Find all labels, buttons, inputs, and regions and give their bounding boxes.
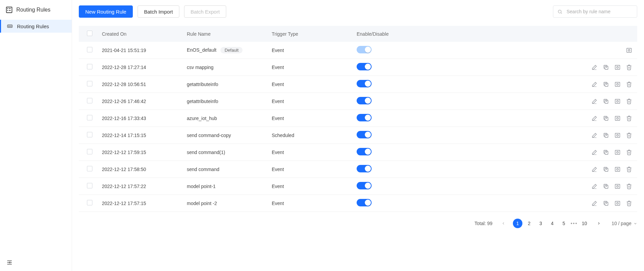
enable-toggle[interactable] [357,148,372,155]
copy-icon[interactable] [603,132,609,139]
sidebar-item-routing-rules[interactable]: Routing Rules [0,20,72,33]
table-row: 2022-12-12 17:57:22model point-1Event [79,178,637,195]
row-checkbox[interactable] [87,149,92,154]
copy-icon[interactable] [603,200,609,207]
row-checkbox[interactable] [87,64,92,69]
select-all-checkbox[interactable] [87,31,92,36]
edit-icon[interactable] [591,115,598,122]
view-icon[interactable] [614,64,621,71]
sidebar-collapse-icon[interactable] [6,259,13,266]
edit-icon[interactable] [591,166,598,173]
cell-created: 2022-12-12 17:57:22 [97,178,182,195]
copy-icon[interactable] [603,98,609,105]
edit-icon[interactable] [591,183,598,190]
page-ellipsis[interactable]: ••• [571,221,578,226]
svg-point-7 [10,26,10,27]
cell-created: 2021-04-21 15:51:19 [97,42,182,59]
col-created: Created On [97,26,182,42]
enable-toggle[interactable] [357,131,372,138]
copy-icon[interactable] [603,149,609,156]
rule-name: EnOS_default [187,47,216,53]
search-input[interactable] [566,9,633,15]
rule-name: model point-1 [187,184,216,189]
page-button[interactable]: 3 [536,219,545,228]
new-routing-rule-button[interactable]: New Routing Rule [79,5,133,18]
delete-icon[interactable] [626,166,632,173]
rule-name: getattributeinfo [187,82,218,87]
view-icon[interactable] [614,166,621,173]
delete-icon[interactable] [626,183,632,190]
batch-export-button[interactable]: Batch Export [184,5,226,18]
edit-icon[interactable] [591,98,598,105]
app-logo-icon [5,6,13,14]
page-button[interactable]: 10 [580,219,589,228]
copy-icon[interactable] [603,64,609,71]
row-checkbox[interactable] [87,166,92,171]
delete-icon[interactable] [626,98,632,105]
delete-icon[interactable] [626,200,632,207]
cell-name: azure_iot_hub [182,110,267,127]
copy-icon[interactable] [603,81,609,88]
delete-icon[interactable] [626,132,632,139]
edit-icon[interactable] [591,64,598,71]
row-checkbox[interactable] [87,132,92,137]
cell-actions [430,76,637,93]
page-button[interactable]: 5 [559,219,569,228]
pagination-next[interactable] [594,219,604,228]
sidebar-title: Routing Rules [16,7,51,13]
row-checkbox[interactable] [87,115,92,120]
pagination-page-size[interactable]: 10 / page [612,221,637,226]
col-trigger: Trigger Type [267,26,352,42]
pagination-prev[interactable] [499,219,508,228]
enable-toggle[interactable] [357,199,372,206]
rule-name: send command-copy [187,133,231,138]
view-icon[interactable] [614,98,621,105]
row-checkbox[interactable] [87,81,92,86]
sidebar: Routing Rules Routing Rules [0,0,72,271]
cell-enable [352,93,430,110]
delete-icon[interactable] [626,149,632,156]
delete-icon[interactable] [626,115,632,122]
row-checkbox[interactable] [87,47,92,52]
delete-icon[interactable] [626,81,632,88]
view-icon[interactable] [614,132,621,139]
copy-icon[interactable] [603,183,609,190]
copy-icon[interactable] [603,115,609,122]
edit-icon[interactable] [591,200,598,207]
row-checkbox[interactable] [87,98,92,103]
svg-rect-26 [615,82,620,86]
col-name: Rule Name [182,26,267,42]
cell-trigger: Event [267,195,352,212]
view-icon[interactable] [614,200,621,207]
edit-icon[interactable] [591,132,598,139]
page-button[interactable]: 2 [524,219,534,228]
copy-icon[interactable] [603,166,609,173]
row-checkbox[interactable] [87,200,92,205]
view-icon[interactable] [614,115,621,122]
pagination-total: Total: 99 [475,221,493,226]
cell-enable [352,76,430,93]
row-checkbox[interactable] [87,183,92,188]
enable-toggle[interactable] [357,97,372,104]
cell-enable [352,161,430,178]
cell-enable [352,178,430,195]
cell-trigger: Event [267,76,352,93]
delete-icon[interactable] [626,64,632,71]
enable-toggle[interactable] [357,165,372,172]
enable-toggle[interactable] [357,182,372,189]
enable-toggle[interactable] [357,114,372,121]
rules-table: Created On Rule Name Trigger Type Enable… [79,26,637,212]
view-icon[interactable] [626,47,632,54]
view-icon[interactable] [614,183,621,190]
enable-toggle[interactable] [357,80,372,87]
view-icon[interactable] [614,81,621,88]
page-button[interactable]: 4 [548,219,557,228]
enable-toggle[interactable] [357,63,372,70]
edit-icon[interactable] [591,81,598,88]
view-icon[interactable] [614,149,621,156]
edit-icon[interactable] [591,149,598,156]
col-checkbox [79,26,97,42]
batch-import-button[interactable]: Batch Import [138,5,179,18]
search-box[interactable] [553,5,637,18]
page-button[interactable]: 1 [513,219,522,228]
